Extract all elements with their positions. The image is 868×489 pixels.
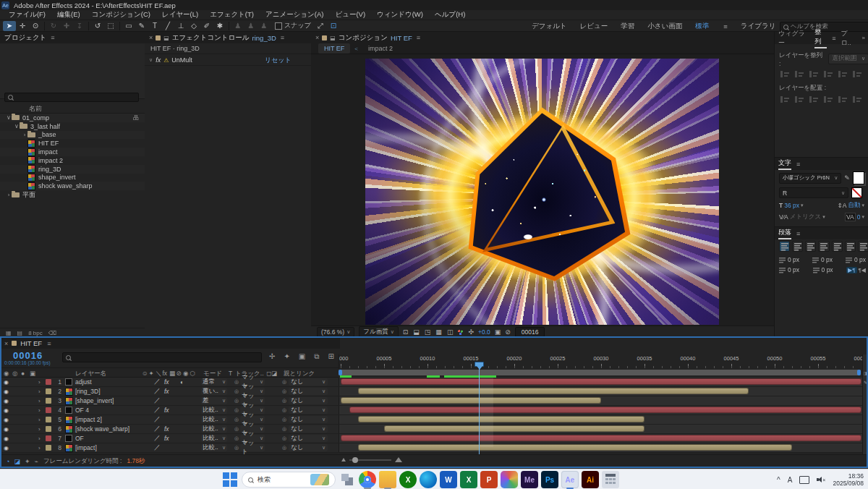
- expander-icon[interactable]: ›: [6, 192, 12, 198]
- align-left-icon[interactable]: [780, 70, 790, 78]
- tab-effect-controls[interactable]: エフェクトコントロール: [172, 33, 250, 43]
- paragraph-indent-field-4[interactable]: 0 px: [813, 266, 833, 273]
- layer-row-7[interactable]: ◉›7OF／fx比較..∨◎マット∨◎なし∨: [0, 434, 868, 443]
- ime-indicator[interactable]: A: [788, 476, 793, 484]
- link-icon[interactable]: ⧉: [314, 352, 319, 361]
- taskbar-calculator[interactable]: [602, 471, 619, 488]
- blend-mode-dropdown[interactable]: 差∨: [201, 397, 227, 404]
- layer-expander-icon[interactable]: ›: [38, 406, 41, 414]
- adjustment-layer-icon[interactable]: ◐: [180, 378, 184, 386]
- layer-track-area[interactable]: [339, 434, 863, 443]
- lock-icon[interactable]: ⬓: [163, 35, 169, 41]
- tab-timeline-comp[interactable]: HIT EF: [20, 339, 42, 347]
- layer-label-swatch[interactable]: [46, 417, 51, 422]
- selection-tool[interactable]: ➤: [3, 21, 16, 31]
- fx-switch-icon[interactable]: fx: [164, 387, 169, 396]
- parent-dropdown[interactable]: なし∨: [289, 444, 328, 451]
- live-update-icon[interactable]: ◔: [6, 458, 9, 465]
- font-size-control[interactable]: T 36 px▾: [779, 202, 804, 209]
- timeline-zoom-control[interactable]: [341, 457, 402, 462]
- layer-name[interactable]: adjust: [75, 378, 92, 386]
- draft-icon[interactable]: ◪: [14, 458, 20, 465]
- pen-tool[interactable]: ✎: [135, 21, 148, 31]
- start-button[interactable]: [221, 471, 239, 488]
- panel-menu-icon[interactable]: ≡: [281, 34, 284, 41]
- distribute-top-icon[interactable]: [780, 95, 790, 103]
- tab-project[interactable]: プロジェクト: [4, 33, 46, 43]
- av-header-icon-1[interactable]: ◎: [12, 370, 17, 377]
- layer-row-1[interactable]: ◉›1adjust／fx◐通常∨◎マット∨◎なし∨: [0, 378, 868, 387]
- quality-switch-icon[interactable]: ／: [154, 387, 161, 396]
- parent-dropdown[interactable]: なし∨: [289, 425, 328, 433]
- align-right-icon[interactable]: [809, 70, 819, 78]
- fill-color-swatch[interactable]: [853, 171, 864, 184]
- layer-expander-icon[interactable]: ›: [38, 396, 41, 405]
- pickwhip-icon[interactable]: ◎: [234, 407, 239, 413]
- twirl-icon[interactable]: ∨: [149, 57, 153, 63]
- zoom-in-frames-icon[interactable]: [395, 457, 402, 462]
- menu-item-4[interactable]: エフェクト(T): [210, 10, 254, 20]
- parent-dropdown[interactable]: なし∨: [289, 397, 328, 404]
- zoom-slider-knob[interactable]: [352, 457, 358, 463]
- blend-mode-dropdown[interactable]: 比較..∨: [201, 435, 227, 442]
- av-header-icon-0[interactable]: ◉: [4, 370, 9, 377]
- switch-header-icon-1[interactable]: ✦: [149, 370, 154, 377]
- layer-duration-bar[interactable]: [358, 388, 749, 394]
- layer-expander-icon[interactable]: ›: [38, 387, 41, 396]
- puppet-pin-tool[interactable]: ✱: [213, 21, 226, 31]
- quality-switch-icon[interactable]: ／: [154, 425, 161, 433]
- parent-dropdown[interactable]: なし∨: [289, 435, 328, 442]
- pickwhip-icon[interactable]: ◎: [234, 417, 239, 422]
- pickwhip-icon[interactable]: ◎: [282, 417, 286, 422]
- current-frame-display[interactable]: 00016: [13, 350, 43, 361]
- layer-name[interactable]: [shock wave_sharp]: [75, 425, 129, 433]
- parent-dropdown[interactable]: なし∨: [289, 407, 328, 414]
- layer-visibility-eye-icon[interactable]: ◉: [4, 443, 11, 452]
- timeline-zoom-slider[interactable]: [349, 459, 391, 461]
- taskbar-chrome[interactable]: [359, 471, 376, 488]
- fx-switch-icon[interactable]: fx: [164, 434, 169, 443]
- shy-icon[interactable]: ✦: [25, 458, 30, 465]
- layer-label-swatch[interactable]: [46, 379, 51, 385]
- project-item-shape_invert[interactable]: shape_invert: [0, 174, 145, 182]
- taskbar-powerpoint[interactable]: P: [480, 471, 498, 488]
- layer-duration-bar[interactable]: [341, 397, 601, 404]
- trash-icon[interactable]: ⌫: [48, 330, 56, 336]
- paragraph-justify-last-left-button[interactable]: [818, 241, 829, 252]
- switch-header-icon-7[interactable]: ⬡: [190, 370, 195, 377]
- tab-composition[interactable]: コンポジション: [339, 33, 388, 43]
- camera-tool[interactable]: ⬚: [104, 21, 117, 31]
- close-icon[interactable]: ×: [149, 34, 153, 41]
- project-item-3_last-half[interactable]: ∨3_last half: [0, 122, 145, 131]
- fx-switch-icon[interactable]: fx: [164, 378, 169, 386]
- project-item-hit-ef[interactable]: HIT EF: [0, 139, 145, 148]
- menu-item-7[interactable]: ウィンドウ(W): [377, 10, 423, 20]
- quality-switch-icon[interactable]: ／: [154, 406, 161, 414]
- paragraph-indent-field-0[interactable]: 0 px: [779, 256, 799, 263]
- layer-duration-bar[interactable]: [358, 444, 792, 451]
- layer-expander-icon[interactable]: ›: [38, 425, 41, 433]
- show-snapshot-icon[interactable]: ⊘: [505, 328, 511, 336]
- exposure-reset-icon[interactable]: ✣: [468, 328, 474, 336]
- taskbar-photoshop[interactable]: Ps: [541, 471, 558, 488]
- leading-control[interactable]: ⇕A 自動▾: [838, 201, 864, 210]
- layer-label-swatch[interactable]: [46, 435, 51, 441]
- panel-menu-icon[interactable]: ≡: [796, 230, 800, 237]
- blend-mode-dropdown[interactable]: 比較..∨: [201, 407, 227, 414]
- direction-ltr-button[interactable]: ▶¶: [846, 267, 856, 273]
- layer-name[interactable]: [impact 2]: [75, 415, 102, 424]
- align-top-icon[interactable]: [824, 70, 833, 78]
- paragraph-justify-all-button[interactable]: [858, 241, 868, 252]
- project-item-shock-wave_sharp[interactable]: shock wave_sharp: [0, 182, 145, 190]
- layer-track-area[interactable]: [339, 378, 863, 386]
- tab-properties[interactable]: プロ..: [841, 29, 856, 48]
- menu-item-6[interactable]: ビュー(V): [335, 10, 365, 20]
- quality-switch-icon[interactable]: ／: [154, 434, 161, 443]
- layer-visibility-eye-icon[interactable]: ◉: [4, 434, 11, 443]
- taskbar-xbox[interactable]: X: [399, 471, 417, 488]
- distribute-left-icon[interactable]: [824, 95, 833, 103]
- layer-visibility-eye-icon[interactable]: ◉: [4, 406, 11, 414]
- distribute-right-icon[interactable]: [853, 95, 862, 103]
- viewer-tab-0[interactable]: HIT EF: [318, 43, 350, 54]
- layer-duration-bar[interactable]: [341, 435, 861, 441]
